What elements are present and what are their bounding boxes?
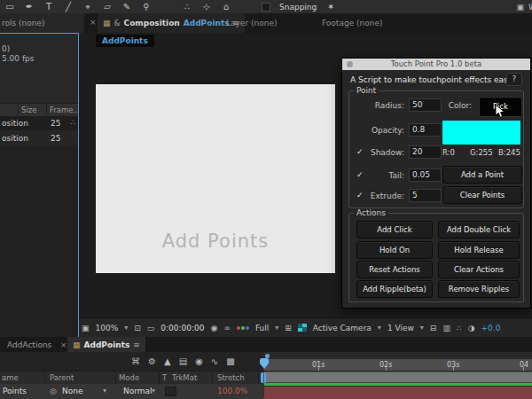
trkmat-box[interactable] (165, 387, 176, 396)
tick-04s: 04 (520, 361, 528, 369)
project-item-row[interactable]: osition 25 (0, 131, 78, 145)
stretch-value[interactable]: 100.0% (217, 387, 247, 395)
tab-addpoints[interactable]: ▦ AddPoints ≡ (67, 337, 145, 352)
fast-previews-icon[interactable]: ∴ (457, 324, 462, 332)
transparency-grid-icon[interactable] (298, 324, 307, 332)
timecode[interactable]: 0:00:00:00 (160, 324, 204, 332)
panel-menu-icon[interactable]: ≡ (133, 340, 140, 349)
snap-magnet-icon[interactable]: ✶ (325, 0, 336, 13)
tab-addactions[interactable]: AddActions (7, 340, 51, 349)
view-layout-dropdown-icon[interactable]: ▾ (420, 324, 424, 332)
parent-select[interactable]: None (62, 387, 82, 395)
exposure-icon[interactable]: ◑ (468, 324, 475, 332)
exposure-value[interactable]: +0.0 (481, 324, 501, 332)
channels-icon[interactable] (237, 326, 249, 330)
graph-editor-icon[interactable]: ∿ (211, 356, 218, 366)
snapshot-icon[interactable]: ◉ (211, 324, 218, 332)
composition-canvas[interactable]: Add Points (96, 84, 335, 273)
work-area-bar[interactable] (263, 372, 532, 383)
view-layout-value[interactable]: 1 View (387, 324, 414, 332)
shadow-checkbox[interactable]: ✓ (356, 147, 364, 156)
column-layer-name[interactable]: ame (2, 373, 19, 382)
magnification-value[interactable]: 100% (96, 324, 119, 332)
extrude-checkbox[interactable]: ✓ (356, 191, 364, 200)
lock-icon[interactable]: & (114, 19, 121, 27)
project-item-row[interactable]: osition 25 ∴ (0, 116, 78, 130)
tab-composition[interactable]: ▦ & Composition AddPoints ≡ (98, 13, 245, 33)
tracker-icon-b[interactable]: ⊹ (201, 0, 212, 13)
playhead[interactable] (259, 358, 270, 371)
column-trkmat[interactable]: TrkMat (172, 373, 197, 382)
opacity-input[interactable]: 0.8 (409, 123, 442, 137)
tab-footage[interactable]: Footage (none) (322, 19, 383, 27)
column-stretch[interactable]: Stretch (217, 373, 245, 382)
roto-brush-tool-icon[interactable]: ✎ (121, 0, 132, 13)
title-action-safe-icon[interactable]: ⊡ (134, 324, 141, 332)
shadow-input[interactable]: 20 (409, 145, 442, 159)
parent-dropdown-icon[interactable]: ▾ (103, 387, 106, 395)
tab-layer[interactable]: Layer (none) (226, 19, 277, 27)
tail-checkbox[interactable]: ✓ (356, 170, 364, 179)
pixel-aspect-icon[interactable]: ▥ (442, 324, 450, 332)
pickwhip-icon[interactable]: ◎ (50, 387, 57, 395)
add-click-button[interactable]: Add Click (356, 221, 433, 239)
show-snapshot-icon[interactable]: ∞ (223, 324, 231, 332)
close-icon[interactable]: × (60, 340, 67, 349)
hold-on-button[interactable]: Hold On (356, 241, 433, 259)
add-point-button[interactable]: Add a Point (442, 166, 522, 184)
draft-3d-icon[interactable]: ⚙ (148, 356, 156, 366)
stacked-views-icon[interactable]: ⊟ (430, 324, 437, 332)
time-ruler[interactable]: 01s 02s 03s 04 (263, 359, 532, 371)
composition-breadcrumb[interactable]: AddPoints (96, 35, 154, 47)
tab-effect-controls[interactable]: rols (none) (0, 13, 84, 33)
script-panel-titlebar[interactable]: Touch Point Pro 1.0 beta (342, 59, 530, 70)
column-size[interactable]: Size (21, 106, 36, 114)
auto-keyframe-icon[interactable]: ▩ (226, 356, 234, 366)
column-parent[interactable]: Parent (50, 373, 74, 382)
snapping-checkbox[interactable] (262, 3, 270, 12)
clear-points-button[interactable]: Clear Points (442, 186, 522, 204)
brush-tool-icon[interactable]: ╱ (63, 0, 74, 13)
camera-dropdown-icon[interactable]: ▾ (378, 324, 381, 332)
mode-select[interactable]: Normal (123, 387, 153, 395)
timeline-navigator[interactable] (263, 352, 532, 359)
clear-actions-button[interactable]: Clear Actions (438, 261, 520, 278)
always-preview-icon[interactable]: ▣ (82, 324, 90, 332)
clone-stamp-tool-icon[interactable]: ⌖ (82, 0, 93, 13)
tracker-icon-a[interactable]: ∴ (182, 0, 192, 13)
camera-view-value[interactable]: Active Camera (313, 324, 372, 332)
resolution-dropdown-icon[interactable]: ▾ (275, 324, 278, 332)
workspace-icon[interactable]: ▣ (517, 3, 525, 12)
tracker-icon-c[interactable]: ⌂ (221, 0, 231, 13)
mode-dropdown-icon[interactable]: ▾ (152, 387, 155, 395)
gear-icon[interactable] (347, 61, 353, 67)
remove-ripples-button[interactable]: Remove Ripples (438, 280, 520, 298)
help-button[interactable]: ? (506, 73, 522, 86)
resolution-value[interactable]: Full (255, 324, 269, 332)
hold-release-button[interactable]: Hold Release (438, 241, 520, 259)
shape-tool-icon[interactable]: ▭ (4, 0, 15, 13)
close-icon[interactable]: × (90, 18, 97, 27)
puppet-pin-tool-icon[interactable]: ⚲ (141, 0, 152, 13)
frame-blending-icon[interactable]: ▤ (179, 356, 187, 366)
motion-blur-icon[interactable]: ◉ (195, 356, 203, 366)
add-ripple-button[interactable]: Add Ripple(beta) (356, 280, 433, 298)
add-double-click-button[interactable]: Add Double Click (438, 221, 520, 239)
layer-duration-bar[interactable] (263, 387, 532, 399)
column-mode[interactable]: Mode (119, 373, 139, 382)
color-swatch[interactable] (442, 121, 520, 145)
type-tool-icon[interactable]: T (43, 0, 54, 13)
column-framerate[interactable]: Frame... (50, 106, 81, 114)
extrude-input[interactable]: 5 (409, 189, 442, 202)
tail-input[interactable]: 0.05 (409, 168, 442, 182)
reset-actions-button[interactable]: Reset Actions (356, 261, 433, 278)
shy-layers-icon[interactable]: ▲ (164, 356, 171, 366)
mini-flowchart-icon[interactable]: ⌘ (131, 356, 140, 366)
layer-row[interactable]: Points ◎ None ▾ Normal ▾ 100.0% (0, 384, 263, 399)
magnification-dropdown-icon[interactable]: ▾ (124, 324, 128, 332)
region-of-interest-icon[interactable]: ▭ (147, 324, 155, 332)
pen-tool-icon[interactable]: ✒ (24, 0, 35, 13)
eraser-tool-icon[interactable]: ▱ (102, 0, 113, 13)
grid-guides-icon[interactable]: ⊞ (285, 324, 292, 332)
column-t[interactable]: T (162, 373, 167, 382)
